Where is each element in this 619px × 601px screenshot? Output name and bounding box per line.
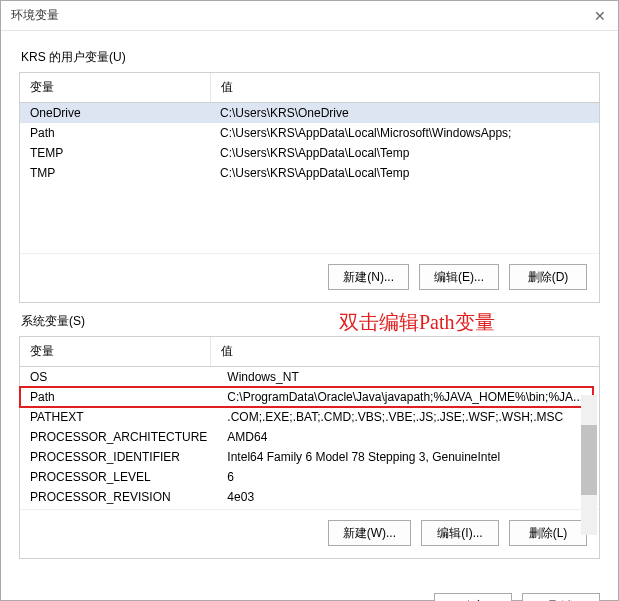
dialog-button-row: 确定 取消 xyxy=(1,579,618,601)
system-vars-table-wrap: 变量 值 OS Windows_NT Path xyxy=(20,337,599,509)
system-vars-group: 变量 值 OS Windows_NT Path xyxy=(19,336,600,559)
user-table-scroll[interactable]: OneDrive C:\Users\KRS\OneDrive Path C:\U… xyxy=(20,103,599,253)
table-row[interactable]: TMP C:\Users\KRS\AppData\Local\Temp xyxy=(20,163,599,183)
table-row[interactable]: Path C:\Users\KRS\AppData\Local\Microsof… xyxy=(20,123,599,143)
user-delete-button[interactable]: 删除(D) xyxy=(509,264,587,290)
var-name: Path xyxy=(20,387,217,407)
cancel-button[interactable]: 取消 xyxy=(522,593,600,601)
system-button-row: 新建(W)... 编辑(I)... 删除(L) xyxy=(20,509,599,558)
user-vars-label: KRS 的用户变量(U) xyxy=(21,49,600,66)
user-button-row: 新建(N)... 编辑(E)... 删除(D) xyxy=(20,253,599,302)
titlebar: 环境变量 ✕ xyxy=(1,1,618,31)
var-value: Intel64 Family 6 Model 78 Stepping 3, Ge… xyxy=(217,447,593,467)
var-name: PROCESSOR_ARCHITECTURE xyxy=(20,427,217,447)
dialog-content: KRS 的用户变量(U) 变量 值 OneDrive xyxy=(1,31,618,579)
var-value: C:\Users\KRS\AppData\Local\Temp xyxy=(210,163,599,183)
var-value: 4e03 xyxy=(217,487,593,507)
system-new-button[interactable]: 新建(W)... xyxy=(328,520,411,546)
var-name: OS xyxy=(20,367,217,387)
var-value: C:\ProgramData\Oracle\Java\javapath;%JAV… xyxy=(217,387,593,407)
var-value: .COM;.EXE;.BAT;.CMD;.VBS;.VBE;.JS;.JSE;.… xyxy=(217,407,593,427)
var-name: TMP xyxy=(20,163,210,183)
table-row[interactable]: OS Windows_NT xyxy=(20,367,593,387)
user-vars-group: 变量 值 OneDrive C:\Users\KRS\OneDrive xyxy=(19,72,600,303)
user-new-button[interactable]: 新建(N)... xyxy=(328,264,409,290)
var-value: Windows_NT xyxy=(217,367,593,387)
table-row[interactable]: PROCESSOR_IDENTIFIER Intel64 Family 6 Mo… xyxy=(20,447,593,467)
sys-col-name[interactable]: 变量 xyxy=(20,337,210,367)
user-edit-button[interactable]: 编辑(E)... xyxy=(419,264,499,290)
var-value: C:\Users\KRS\OneDrive xyxy=(210,103,599,123)
sys-col-value[interactable]: 值 xyxy=(210,337,599,367)
var-name: PROCESSOR_REVISION xyxy=(20,487,217,507)
table-row[interactable]: PATHEXT .COM;.EXE;.BAT;.CMD;.VBS;.VBE;.J… xyxy=(20,407,593,427)
system-vars-label: 系统变量(S) xyxy=(21,313,600,330)
table-row[interactable]: PROCESSOR_LEVEL 6 xyxy=(20,467,593,487)
ok-button[interactable]: 确定 xyxy=(434,593,512,601)
var-value: 6 xyxy=(217,467,593,487)
user-col-value[interactable]: 值 xyxy=(210,73,599,103)
system-edit-button[interactable]: 编辑(I)... xyxy=(421,520,499,546)
env-vars-dialog: 环境变量 ✕ KRS 的用户变量(U) 变量 值 xyxy=(0,0,619,601)
table-row-highlighted[interactable]: Path C:\ProgramData\Oracle\Java\javapath… xyxy=(20,387,593,407)
table-row[interactable]: TEMP C:\Users\KRS\AppData\Local\Temp xyxy=(20,143,599,163)
table-row[interactable]: PROCESSOR_REVISION 4e03 xyxy=(20,487,593,507)
window-title: 环境变量 xyxy=(11,7,59,24)
var-name: OneDrive xyxy=(20,103,210,123)
var-value: C:\Users\KRS\AppData\Local\Microsoft\Win… xyxy=(210,123,599,143)
var-value: C:\Users\KRS\AppData\Local\Temp xyxy=(210,143,599,163)
var-name: PROCESSOR_IDENTIFIER xyxy=(20,447,217,467)
system-table-scroll[interactable]: OS Windows_NT Path C:\ProgramData\Oracle… xyxy=(20,367,599,509)
user-vars-table-wrap: 变量 值 OneDrive C:\Users\KRS\OneDrive xyxy=(20,73,599,253)
user-col-name[interactable]: 变量 xyxy=(20,73,210,103)
scrollbar-track[interactable] xyxy=(581,395,597,535)
system-vars-table[interactable]: 变量 值 xyxy=(20,337,599,367)
var-name: TEMP xyxy=(20,143,210,163)
var-value: AMD64 xyxy=(217,427,593,447)
user-vars-table[interactable]: 变量 值 xyxy=(20,73,599,103)
var-name: PROCESSOR_LEVEL xyxy=(20,467,217,487)
var-name: PATHEXT xyxy=(20,407,217,427)
system-delete-button[interactable]: 删除(L) xyxy=(509,520,587,546)
table-row[interactable]: PROCESSOR_ARCHITECTURE AMD64 xyxy=(20,427,593,447)
var-name: Path xyxy=(20,123,210,143)
table-row[interactable]: OneDrive C:\Users\KRS\OneDrive xyxy=(20,103,599,123)
scrollbar-thumb[interactable] xyxy=(581,425,597,495)
close-icon[interactable]: ✕ xyxy=(590,6,610,26)
